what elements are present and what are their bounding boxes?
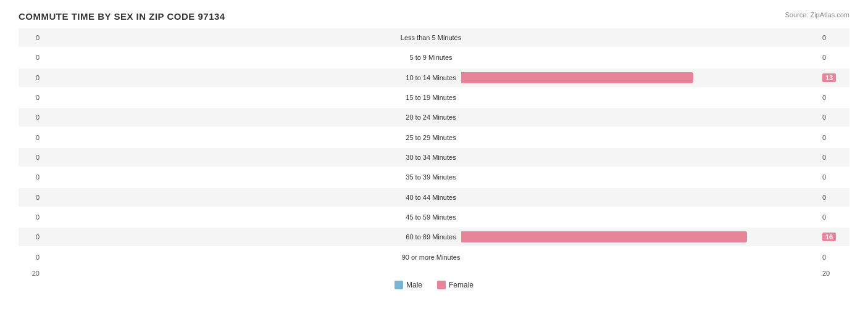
male-side: [43, 230, 401, 244]
bars-center: Less than 5 Minutes: [43, 28, 819, 47]
legend-male: Male: [394, 281, 422, 289]
axis-row: 20 20: [19, 270, 849, 277]
bars-center: 30 to 34 Minutes: [43, 148, 819, 167]
bar-value-label: 0: [822, 34, 826, 41]
male-side: [43, 191, 401, 204]
bar-group: 35 to 39 Minutes: [43, 170, 819, 184]
female-side: [466, 31, 819, 44]
female-label: Female: [449, 281, 474, 289]
right-value: 13: [819, 74, 849, 81]
row-label: 90 or more Minutes: [397, 254, 465, 261]
table-row: 0 35 to 39 Minutes 0: [19, 168, 849, 186]
right-value: 0: [819, 173, 849, 181]
row-label: 15 to 19 Minutes: [401, 94, 461, 101]
row-label: 60 to 89 Minutes: [401, 233, 461, 241]
table-row: 0 60 to 89 Minutes 16: [19, 228, 849, 246]
chart-title: COMMUTE TIME BY SEX IN ZIP CODE 97134: [19, 11, 849, 22]
bar-value-label: 13: [822, 73, 836, 82]
bar-value-label: 0: [822, 134, 826, 141]
right-value: 0: [819, 134, 849, 141]
bar-value-label: 0: [822, 254, 826, 261]
bar-group: 15 to 19 Minutes: [43, 91, 819, 104]
row-label: 25 to 29 Minutes: [401, 134, 461, 141]
female-side: [461, 210, 819, 224]
bar-group: 60 to 89 Minutes: [43, 230, 819, 244]
bars-center: 20 to 24 Minutes: [43, 108, 819, 126]
female-side: [461, 71, 819, 85]
male-side: [43, 31, 396, 44]
right-value: 0: [819, 213, 849, 221]
table-row: 0 Less than 5 Minutes 0: [19, 28, 849, 47]
bars-center: 5 to 9 Minutes: [43, 48, 819, 67]
row-label: 35 to 39 Minutes: [401, 173, 461, 181]
table-row: 0 25 to 29 Minutes 0: [19, 128, 849, 147]
bar-value-label: 0: [822, 154, 826, 161]
male-side: [43, 51, 404, 64]
male-side: [43, 110, 401, 124]
female-side: [465, 250, 819, 264]
left-value: 0: [19, 54, 43, 61]
left-value: 0: [19, 154, 43, 161]
female-side: [457, 51, 819, 64]
row-label: 5 to 9 Minutes: [404, 54, 457, 61]
left-value: 0: [19, 213, 43, 221]
table-row: 0 5 to 9 Minutes 0: [19, 48, 849, 67]
left-value: 0: [19, 34, 43, 41]
row-label: 30 to 34 Minutes: [401, 154, 461, 161]
chart-area: 0 Less than 5 Minutes 0 0 5 to 9 Minutes: [19, 28, 849, 289]
chart-container: COMMUTE TIME BY SEX IN ZIP CODE 97134 So…: [0, 0, 868, 322]
female-side: [461, 151, 819, 164]
right-value: 0: [819, 54, 849, 61]
bar-value-label: 0: [822, 114, 826, 121]
bar-group: 45 to 59 Minutes: [43, 210, 819, 224]
male-side: [43, 170, 401, 184]
male-side: [43, 250, 397, 264]
bar-value-label: 0: [822, 194, 826, 201]
bars-center: 60 to 89 Minutes: [43, 228, 819, 246]
male-side: [43, 210, 401, 224]
male-side: [43, 91, 401, 104]
right-value: 0: [819, 94, 849, 101]
table-row: 0 90 or more Minutes 0: [19, 248, 849, 266]
left-value: 0: [19, 134, 43, 141]
bar-group: 5 to 9 Minutes: [43, 51, 819, 64]
male-side: [43, 71, 401, 85]
table-row: 0 15 to 19 Minutes 0: [19, 88, 849, 107]
bars-center: 10 to 14 Minutes: [43, 68, 819, 87]
female-side: [461, 131, 819, 144]
legend: Male Female: [19, 281, 849, 289]
table-row: 0 30 to 34 Minutes 0: [19, 148, 849, 167]
bars-center: 25 to 29 Minutes: [43, 128, 819, 147]
bar-group: 40 to 44 Minutes: [43, 191, 819, 204]
table-row: 0 45 to 59 Minutes 0: [19, 208, 849, 226]
table-row: 0 20 to 24 Minutes 0: [19, 108, 849, 126]
right-value: 0: [819, 154, 849, 161]
row-label: 10 to 14 Minutes: [401, 74, 461, 81]
right-value: 0: [819, 254, 849, 261]
bar-group: 20 to 24 Minutes: [43, 110, 819, 124]
bar-group: 10 to 14 Minutes: [43, 71, 819, 85]
male-color-box: [394, 281, 403, 289]
right-value: 0: [819, 34, 849, 41]
male-label: Male: [406, 281, 422, 289]
bar-value-label: 0: [822, 94, 826, 101]
row-label: 20 to 24 Minutes: [401, 114, 461, 121]
left-value: 0: [19, 114, 43, 121]
left-value: 0: [19, 233, 43, 241]
left-value: 0: [19, 173, 43, 181]
bar-value-label: 16: [822, 233, 836, 241]
female-side: [461, 170, 819, 184]
bar-value-label: 0: [822, 54, 826, 61]
bar-group: 90 or more Minutes: [43, 250, 819, 264]
bars-center: 90 or more Minutes: [43, 248, 819, 266]
male-side: [43, 151, 401, 164]
female-side: [461, 110, 819, 124]
legend-female: Female: [437, 281, 474, 289]
bar-group: Less than 5 Minutes: [43, 31, 819, 44]
bar-value-label: 0: [822, 173, 826, 181]
left-value: 0: [19, 254, 43, 261]
female-side: [461, 91, 819, 104]
right-value: 0: [819, 194, 849, 201]
right-value: 0: [819, 114, 849, 121]
female-side: [461, 191, 819, 204]
